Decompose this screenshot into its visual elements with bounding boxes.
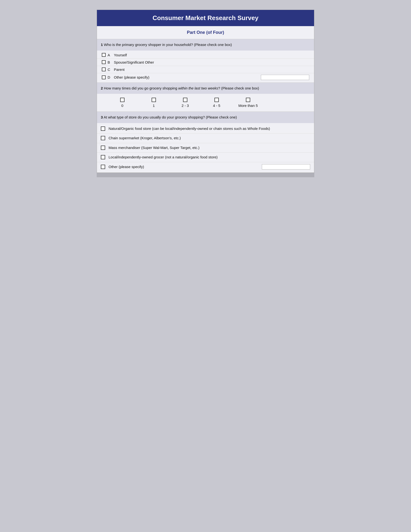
q1-letter-b: B [108,60,112,64]
q3-checkbox-mass[interactable] [101,146,105,150]
q2-number: 2 [101,86,103,90]
q1-label-b: Spouse/Significant Other [114,60,309,64]
q1-label-d: Other (please specify) [114,75,261,79]
q1-checkbox-d[interactable] [102,76,106,79]
q1-label-c: Parent [114,67,309,72]
q2-option-0: 0 [107,98,138,108]
q2-label-0: 0 [121,104,123,108]
q3-checkbox-other[interactable] [101,165,105,169]
q3-option-other: Other (please specify) [97,162,314,172]
q3-label-local: Local/independently-owned grocer (not a … [109,154,310,160]
q2-options: 0 1 2 - 3 4 - 5 More than 5 [97,94,314,112]
q1-option-b: B Spouse/Significant Other [97,59,314,66]
q1-letter-a: A [108,53,112,57]
q2-checkbox-1[interactable] [152,98,156,102]
q1-label-a: Yourself [114,53,309,57]
q2-option-45: 4 - 5 [201,98,232,108]
question-2-block: 2 How many times did you go grocery shop… [97,83,314,112]
q3-label-chain: Chain supermarket (Kroger, Albertson's, … [109,135,310,141]
q1-checkbox-b[interactable] [102,60,106,64]
q2-checkbox-45[interactable] [215,98,219,102]
q1-options: A Yourself B Spouse/Significant Other C … [97,50,314,83]
q2-option-23: 2 - 3 [169,98,201,108]
q3-number: 3 [101,115,103,119]
q2-option-more5: More than 5 [232,98,264,108]
q3-label-other: Other (please specify) [109,164,262,170]
q1-number: 1 [101,43,103,47]
question-1-text: 1 Who is the primary grocery shopper in … [97,39,314,50]
q2-text-pre: How many times did you go grocery shoppi… [104,86,178,90]
q3-text: At what type of store do you usually do … [104,115,237,119]
q2-option-1: 1 [138,98,169,108]
q3-option-mass: Mass merchandiser (Super Wal-Mart, Super… [97,143,314,153]
q2-label-1: 1 [153,104,155,108]
q1-checkbox-a[interactable] [102,53,106,57]
q1-checkbox-c[interactable] [102,67,106,71]
q3-checkbox-natural[interactable] [101,126,105,131]
survey-body: 1 Who is the primary grocery shopper in … [97,39,314,173]
survey-container: Consumer Market Research Survey Part One… [97,10,314,173]
q3-option-local: Local/independently-owned grocer (not a … [97,152,314,162]
survey-title: Consumer Market Research Survey [153,14,258,21]
survey-header: Consumer Market Research Survey [97,10,314,26]
q1-option-d: D Other (please specify) [97,73,314,82]
q3-option-chain: Chain supermarket (Kroger, Albertson's, … [97,133,314,143]
q3-label-mass: Mass merchandiser (Super Wal-Mart, Super… [109,145,310,151]
q3-checkbox-local[interactable] [101,155,105,159]
q1-specify-input-d[interactable] [261,75,309,80]
question-3-block: 3 At what type of store do you usually d… [97,112,314,173]
q1-letter-c: C [108,67,112,72]
part-label: Part One (of Four) [187,30,224,35]
part-header: Part One (of Four) [97,26,314,39]
q3-option-natural: Natural/Organic food store (can be local… [97,124,314,134]
question-3-text: 3 At what type of store do you usually d… [97,112,314,123]
question-1-block: 1 Who is the primary grocery shopper in … [97,39,314,83]
q1-option-c: C Parent [97,66,314,73]
q3-checkbox-chain[interactable] [101,136,105,140]
q2-checkbox-more5[interactable] [246,98,250,102]
q2-checkbox-23[interactable] [183,98,187,102]
q3-label-natural: Natural/Organic food store (can be local… [109,126,310,132]
q1-text: Who is the primary grocery shopper in yo… [104,43,232,47]
q2-text-italic: within the last two weeks [178,86,218,90]
q1-letter-d: D [108,75,112,79]
q3-options: Natural/Organic food store (can be local… [97,123,314,173]
q2-checkbox-0[interactable] [120,98,124,102]
q1-option-a: A Yourself [97,51,314,59]
q2-label-45: 4 - 5 [213,104,220,108]
footer-bar [97,173,314,177]
q2-text-post: ? (Please check one box) [218,86,259,90]
q2-label-more5: More than 5 [238,104,258,108]
question-2-text: 2 How many times did you go grocery shop… [97,83,314,94]
q2-label-23: 2 - 3 [182,104,189,108]
q3-specify-input[interactable] [262,164,310,170]
